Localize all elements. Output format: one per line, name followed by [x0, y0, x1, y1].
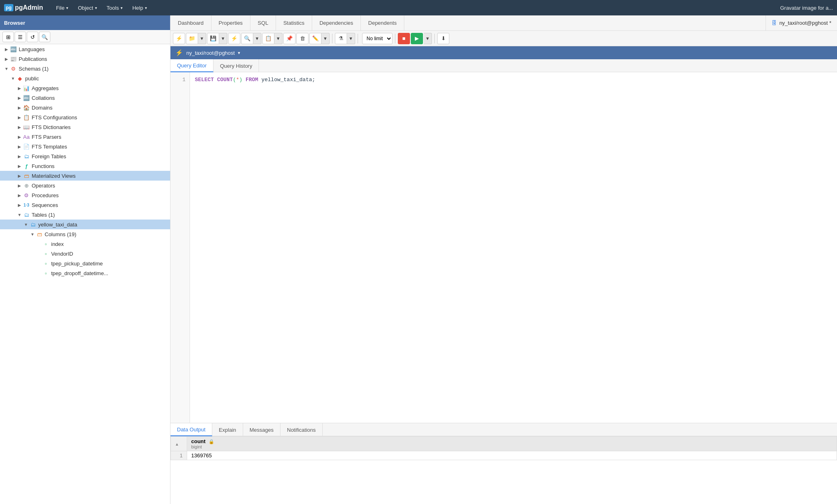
tree-item-functions[interactable]: ▶ ƒ Functions [0, 161, 170, 171]
tab-notifications[interactable]: Notifications [280, 423, 323, 436]
tab-query-history[interactable]: Query History [214, 59, 259, 72]
tree-label-domains: Domains [32, 105, 52, 111]
tree-item-operators[interactable]: ▶ ⊕ Operators [0, 181, 170, 190]
sidebar: Browser ⊞ ☰ ↺ 🔍 ▶ 🔤 Languages ▶ 📰 Public… [0, 15, 170, 504]
menu-object[interactable]: Object ▾ [73, 0, 102, 15]
sidebar-btn-table[interactable]: ☰ [15, 32, 26, 42]
tree-label-col-index: index [51, 241, 64, 247]
btn-copy-dropdown[interactable]: ▾ [274, 33, 283, 44]
btn-save[interactable]: 💾 [207, 33, 219, 44]
toolbar-divider-3 [395, 34, 395, 43]
tree-item-tables[interactable]: ▼ 🗂 Tables (1) [0, 210, 170, 220]
menu-file[interactable]: File ▾ [51, 0, 73, 15]
btn-filter-dropdown[interactable]: ▾ [347, 33, 355, 44]
btn-copy[interactable]: 📋 [262, 33, 274, 44]
tab-dependencies[interactable]: Dependencies [312, 15, 361, 31]
tree-item-col-vendorid[interactable]: ▫ VendorID [0, 249, 170, 258]
btn-filter[interactable]: ⚗ [335, 33, 347, 44]
btn-paste[interactable]: 📌 [283, 33, 296, 44]
operators-icon: ⊕ [23, 182, 30, 189]
col-pickup-icon: ▫ [42, 260, 50, 267]
tree-item-fts-dicts[interactable]: ▶ 📖 FTS Dictionaries [0, 122, 170, 132]
menu-help[interactable]: Help ▾ [127, 0, 152, 15]
tree-item-collations[interactable]: ▶ 🔤 Collations [0, 93, 170, 103]
tree-item-aggregates[interactable]: ▶ 📊 Aggregates [0, 83, 170, 93]
tree-item-columns[interactable]: ▼ 🗃 Columns (19) [0, 229, 170, 239]
tree-item-col-pickup[interactable]: ▫ tpep_pickup_datetime [0, 258, 170, 268]
btn-run-dropdown[interactable]: ▾ [424, 33, 432, 44]
public-icon: ◆ [16, 75, 24, 82]
sidebar-btn-refresh[interactable]: ↺ [27, 32, 38, 42]
code-editor[interactable]: 1 SELECT COUNT ( * ) FROM yellow_t [170, 72, 837, 423]
tree-label-fts-templates: FTS Templates [32, 144, 67, 150]
kw-select: SELECT [195, 77, 214, 83]
tree-arrow-fts-dicts: ▶ [16, 125, 23, 129]
tab-sql[interactable]: SQL [250, 15, 276, 31]
tree-arrow-fts-configs: ▶ [16, 115, 23, 120]
btn-save-dropdown[interactable]: ▾ [219, 33, 227, 44]
tab-query-editor[interactable]: Query Editor [170, 59, 214, 72]
menu-tools[interactable]: Tools ▾ [102, 0, 127, 15]
tree-item-sequences[interactable]: ▶ 1·3 Sequences [0, 200, 170, 210]
tab-data-output[interactable]: Data Output [170, 423, 212, 436]
fts-templates-icon: 📄 [23, 143, 30, 150]
tree-arrow-tables: ▼ [16, 213, 23, 217]
tree-item-languages[interactable]: ▶ 🔤 Languages [0, 44, 170, 54]
schemas-icon: ⚙ [10, 65, 17, 72]
tree-item-fts-configs[interactable]: ▶ 📋 FTS Configurations [0, 112, 170, 122]
tab-statistics[interactable]: Statistics [276, 15, 312, 31]
btn-edit-dropdown[interactable]: ▾ [321, 33, 330, 44]
btn-new-query[interactable]: ⚡ [173, 33, 185, 44]
col-header-count[interactable]: count 🔒 bigint [187, 437, 837, 451]
kw-table: yellow_taxi_data [261, 77, 312, 83]
tree-item-publications[interactable]: ▶ 📰 Publications [0, 54, 170, 64]
tree-item-yellow-taxi[interactable]: ▼ 🗂 yellow_taxi_data [0, 220, 170, 229]
limit-select[interactable]: No limit [362, 33, 393, 44]
tree-label-col-pickup: tpep_pickup_datetime [51, 261, 103, 267]
tree-label-fts-parsers: FTS Parsers [32, 134, 61, 140]
tab-dependents[interactable]: Dependents [361, 15, 404, 31]
kw-count: COUNT [217, 77, 233, 83]
tree-item-col-dropoff[interactable]: ▫ tpep_dropoff_datetime... [0, 268, 170, 278]
btn-edit[interactable]: ✏️ [309, 33, 321, 44]
tree-arrow-fts-templates: ▶ [16, 144, 23, 149]
functions-icon: ƒ [23, 162, 30, 170]
btn-execute-pgadmin[interactable]: ⚡ [228, 33, 240, 44]
tab-messages[interactable]: Messages [243, 423, 280, 436]
tab-dashboard[interactable]: Dashboard [170, 15, 211, 31]
btn-run[interactable]: ▶ [411, 33, 423, 44]
tree-item-mat-views[interactable]: ▶ 🗃 Materialized Views [0, 171, 170, 181]
table-row: 1 1369765 [171, 451, 837, 460]
tree-label-aggregates: Aggregates [32, 85, 59, 91]
tree-item-fts-templates[interactable]: ▶ 📄 FTS Templates [0, 142, 170, 151]
tree-item-schemas[interactable]: ▼ ⚙ Schemas (1) [0, 64, 170, 73]
tree-arrow-languages: ▶ [3, 47, 10, 52]
btn-download[interactable]: ⬇ [437, 33, 449, 44]
tree-arrow-yellow-taxi: ▼ [23, 222, 29, 227]
tab-properties[interactable]: Properties [211, 15, 250, 31]
btn-open-dropdown[interactable]: ▾ [198, 33, 206, 44]
menubar: pg pgAdmin File ▾ Object ▾ Tools ▾ Help … [0, 0, 837, 15]
col-vendorid-icon: ▫ [42, 250, 50, 257]
btn-find[interactable]: 🔍 [241, 33, 253, 44]
tree-item-col-index[interactable]: ▫ index [0, 239, 170, 249]
publications-icon: 📰 [10, 55, 17, 62]
sidebar-btn-search[interactable]: 🔍 [39, 32, 50, 42]
btn-stop[interactable]: ■ [398, 33, 410, 44]
tree-item-foreign-tables[interactable]: ▶ 🗂 Foreign Tables [0, 151, 170, 161]
languages-icon: 🔤 [10, 45, 17, 53]
btn-open[interactable]: 📁 [186, 33, 198, 44]
conn-bar-text: ny_taxi/root@pghost [186, 50, 235, 56]
code-content[interactable]: SELECT COUNT ( * ) FROM yellow_taxi_data… [190, 72, 837, 423]
connection-bar[interactable]: ⚡ ny_taxi/root@pghost ▾ [170, 46, 837, 59]
btn-find-dropdown[interactable]: ▾ [253, 33, 261, 44]
tree-item-public[interactable]: ▼ ◆ public [0, 73, 170, 83]
fts-dicts-icon: 📖 [23, 123, 30, 131]
tree-item-domains[interactable]: ▶ 🏠 Domains [0, 103, 170, 112]
btn-delete[interactable]: 🗑 [296, 33, 308, 44]
sidebar-btn-grid[interactable]: ⊞ [2, 32, 14, 42]
tree-item-procedures[interactable]: ▶ ⚙ Procedures [0, 190, 170, 200]
tab-explain[interactable]: Explain [212, 423, 243, 436]
tables-icon: 🗂 [23, 211, 30, 218]
tree-item-fts-parsers[interactable]: ▶ Aa FTS Parsers [0, 132, 170, 142]
